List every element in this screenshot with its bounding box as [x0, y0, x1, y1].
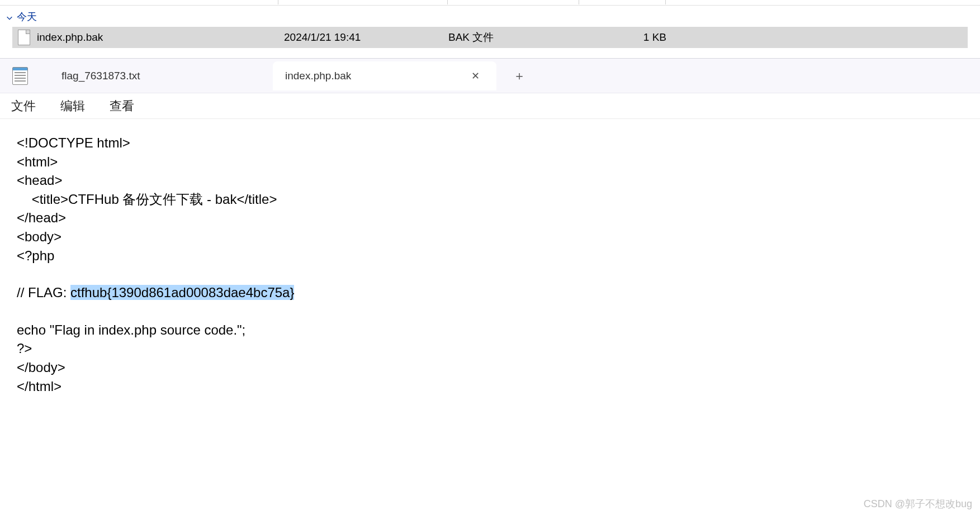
tab-label: flag_7631873.txt	[61, 70, 140, 82]
code-line: echo "Flag in index.php source code.";	[17, 321, 963, 340]
chevron-down-icon	[6, 13, 13, 21]
file-size: 1 KB	[577, 31, 672, 44]
code-line: <?php	[17, 246, 963, 265]
close-icon[interactable]: ✕	[467, 68, 484, 84]
code-line	[17, 265, 963, 283]
file-type: BAK 文件	[448, 30, 577, 45]
code-line: </body>	[17, 358, 963, 377]
new-tab-button[interactable]: ＋	[496, 68, 542, 84]
explorer-column-header	[0, 0, 980, 6]
selected-text: ctfhub{1390d861ad00083dae4bc75a}	[70, 285, 294, 300]
code-line: // FLAG: ctfhub{1390d861ad00083dae4bc75a…	[17, 283, 963, 302]
code-line: <head>	[17, 171, 963, 190]
code-line: <body>	[17, 227, 963, 246]
code-line: <!DOCTYPE html>	[17, 133, 963, 152]
file-name: index.php.bak	[37, 31, 284, 44]
notepad-icon	[12, 67, 28, 85]
code-line: </head>	[17, 208, 963, 227]
menu-file[interactable]: 文件	[11, 98, 36, 115]
code-line: ?>	[17, 339, 963, 358]
code-line: <title>CTFHub 备份文件下载 - bak</title>	[17, 190, 963, 209]
code-line	[17, 302, 963, 321]
code-line: <html>	[17, 152, 963, 171]
group-label: 今天	[17, 10, 37, 23]
watermark: CSDN @郭子不想改bug	[864, 497, 972, 511]
menu-view[interactable]: 查看	[110, 98, 134, 115]
tab-flag-file[interactable]: flag_7631873.txt	[49, 61, 273, 90]
explorer-group-today[interactable]: 今天	[0, 6, 980, 27]
tab-label: index.php.bak	[285, 70, 351, 82]
code-line: </html>	[17, 377, 963, 396]
file-icon	[18, 30, 30, 45]
notepad-window: flag_7631873.txt index.php.bak ✕ ＋ 文件 编辑…	[0, 58, 980, 410]
file-row[interactable]: index.php.bak 2024/1/21 19:41 BAK 文件 1 K…	[12, 27, 968, 48]
menu-bar: 文件 编辑 查看	[0, 93, 980, 119]
menu-edit[interactable]: 编辑	[60, 98, 85, 115]
file-date: 2024/1/21 19:41	[284, 31, 448, 44]
tab-bar: flag_7631873.txt index.php.bak ✕ ＋	[0, 59, 980, 93]
editor-content[interactable]: <!DOCTYPE html> <html> <head> <title>CTF…	[0, 119, 980, 410]
tab-index-bak[interactable]: index.php.bak ✕	[273, 61, 496, 90]
